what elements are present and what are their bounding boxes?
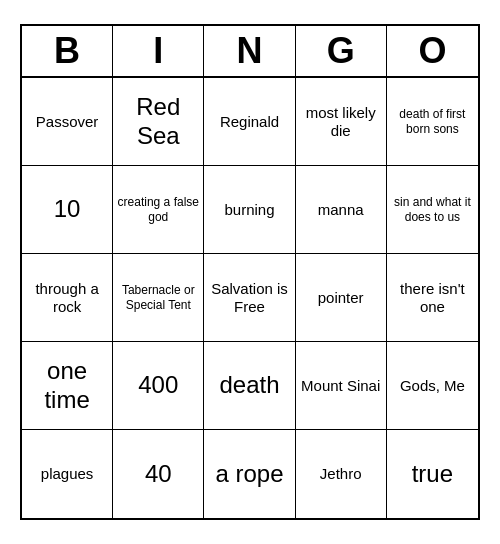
bingo-card: BINGO PassoverRed SeaReginaldmost likely…: [20, 24, 480, 520]
cell-text: death: [219, 371, 279, 400]
bingo-cell: through a rock: [22, 254, 113, 342]
bingo-cell: plagues: [22, 430, 113, 518]
cell-text: a rope: [215, 460, 283, 489]
cell-text: through a rock: [26, 280, 108, 316]
bingo-cell: most likely die: [296, 78, 387, 166]
cell-text: most likely die: [300, 104, 382, 140]
header-letter: I: [113, 26, 204, 76]
bingo-cell: true: [387, 430, 478, 518]
bingo-cell: Red Sea: [113, 78, 204, 166]
cell-text: Red Sea: [117, 93, 199, 151]
header-letter: N: [204, 26, 295, 76]
bingo-cell: Passover: [22, 78, 113, 166]
cell-text: Mount Sinai: [301, 377, 380, 395]
bingo-cell: burning: [204, 166, 295, 254]
bingo-cell: Gods, Me: [387, 342, 478, 430]
cell-text: true: [412, 460, 453, 489]
bingo-grid: PassoverRed SeaReginaldmost likely diede…: [22, 78, 478, 518]
bingo-cell: pointer: [296, 254, 387, 342]
cell-text: sin and what it does to us: [391, 195, 474, 224]
cell-text: Salvation is Free: [208, 280, 290, 316]
cell-text: 400: [138, 371, 178, 400]
bingo-cell: Reginald: [204, 78, 295, 166]
cell-text: Jethro: [320, 465, 362, 483]
header-letter: G: [296, 26, 387, 76]
bingo-cell: Jethro: [296, 430, 387, 518]
bingo-cell: Salvation is Free: [204, 254, 295, 342]
cell-text: there isn't one: [391, 280, 474, 316]
cell-text: death of first born sons: [391, 107, 474, 136]
bingo-cell: death: [204, 342, 295, 430]
bingo-cell: Tabernacle or Special Tent: [113, 254, 204, 342]
bingo-cell: one time: [22, 342, 113, 430]
cell-text: one time: [26, 357, 108, 415]
cell-text: 40: [145, 460, 172, 489]
header-letter: O: [387, 26, 478, 76]
bingo-cell: sin and what it does to us: [387, 166, 478, 254]
bingo-cell: 40: [113, 430, 204, 518]
cell-text: plagues: [41, 465, 94, 483]
bingo-cell: 10: [22, 166, 113, 254]
bingo-header: BINGO: [22, 26, 478, 78]
cell-text: creating a false god: [117, 195, 199, 224]
cell-text: Gods, Me: [400, 377, 465, 395]
bingo-cell: creating a false god: [113, 166, 204, 254]
cell-text: Reginald: [220, 113, 279, 131]
header-letter: B: [22, 26, 113, 76]
bingo-cell: a rope: [204, 430, 295, 518]
bingo-cell: there isn't one: [387, 254, 478, 342]
cell-text: Tabernacle or Special Tent: [117, 283, 199, 312]
cell-text: Passover: [36, 113, 99, 131]
bingo-cell: Mount Sinai: [296, 342, 387, 430]
bingo-cell: manna: [296, 166, 387, 254]
cell-text: pointer: [318, 289, 364, 307]
bingo-cell: death of first born sons: [387, 78, 478, 166]
cell-text: 10: [54, 195, 81, 224]
cell-text: manna: [318, 201, 364, 219]
cell-text: burning: [224, 201, 274, 219]
bingo-cell: 400: [113, 342, 204, 430]
